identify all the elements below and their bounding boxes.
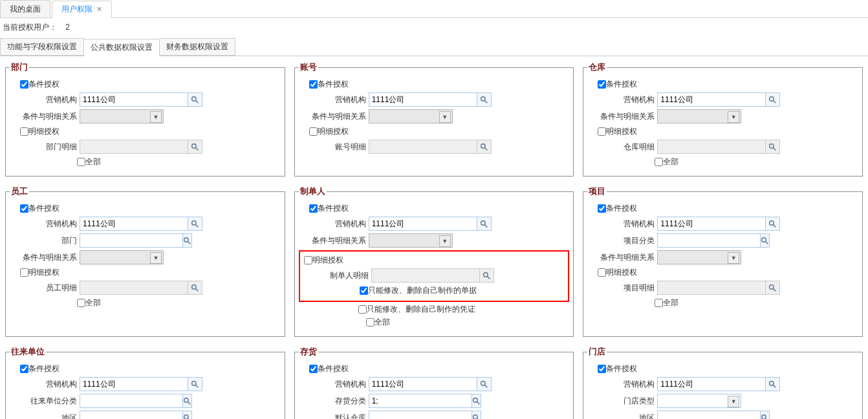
svg-line-13	[195, 224, 198, 227]
inventory-defwh-label: 默认仓库	[299, 413, 369, 420]
maker-relation-select[interactable]: ▼	[369, 233, 453, 248]
subtab-finance-data[interactable]: 财务数据权限设置	[160, 38, 235, 56]
employee-relation-select[interactable]: ▼	[80, 250, 164, 264]
chevron-down-icon: ▼	[728, 396, 739, 407]
lookup-icon[interactable]	[183, 394, 192, 408]
dept-detail-input-wrap	[80, 140, 202, 154]
all-label: 全部	[374, 317, 390, 328]
lookup-icon[interactable]	[766, 92, 780, 107]
lookup-icon[interactable]	[766, 377, 780, 391]
section-project: 项目 条件授权 营销机构 项目分类 条件与明细关系 ▼ 明细授权 项目明细 全部	[583, 186, 863, 337]
warehouse-detail-label: 仓库明细	[587, 142, 657, 153]
partner-cond-auth-check[interactable]	[20, 365, 28, 373]
current-user-info: 当前授权用户： 2	[0, 18, 868, 37]
project-org-input[interactable]	[657, 217, 766, 231]
tab-desktop[interactable]: 我的桌面	[0, 0, 50, 17]
close-icon[interactable]: ✕	[96, 5, 102, 14]
account-org-input[interactable]	[369, 92, 477, 107]
employee-all-check[interactable]	[77, 299, 85, 307]
maker-org-input[interactable]	[369, 217, 477, 231]
all-label: 全部	[85, 156, 101, 167]
project-relation-select[interactable]: ▼	[657, 250, 741, 264]
lookup-icon[interactable]	[472, 411, 481, 419]
employee-dept-input[interactable]	[80, 233, 183, 248]
org-label: 营销机构	[587, 94, 657, 105]
warehouse-detail-auth-check[interactable]	[598, 127, 606, 136]
maker-all-check[interactable]	[366, 318, 374, 327]
inventory-cond-auth-check[interactable]	[309, 365, 318, 373]
chevron-down-icon: ▼	[728, 252, 739, 264]
warehouse-cond-auth-check[interactable]	[598, 80, 606, 89]
store-type-select[interactable]: ▼	[657, 394, 741, 408]
lookup-icon[interactable]	[761, 411, 770, 419]
lookup-icon[interactable]	[188, 217, 202, 231]
lookup-icon[interactable]	[183, 233, 192, 248]
warehouse-relation-select[interactable]: ▼	[657, 109, 741, 124]
relation-label: 条件与明细关系	[587, 252, 657, 263]
store-area-input[interactable]	[657, 411, 761, 419]
project-detail-auth-check[interactable]	[598, 268, 606, 277]
warehouse-org-input[interactable]	[657, 92, 766, 107]
lookup-icon[interactable]	[472, 394, 481, 408]
lookup-icon[interactable]	[188, 92, 202, 107]
cond-auth-label: 条件授权	[606, 79, 637, 90]
section-partner: 往来单位 条件授权 营销机构 往来单位分类 地区 分管部门 分管人员	[5, 346, 285, 419]
maker-own-voucher-check[interactable]	[358, 305, 367, 314]
maker-detail-input	[371, 268, 480, 283]
lookup-icon[interactable]	[188, 377, 202, 391]
lookup-icon[interactable]	[183, 411, 192, 419]
tab-userperm[interactable]: 用户权限 ✕	[52, 1, 112, 18]
dept-cond-auth-check[interactable]	[20, 80, 28, 89]
maker-detail-auth-check[interactable]	[304, 256, 312, 264]
employee-org-input[interactable]	[80, 217, 188, 231]
dept-all-check[interactable]	[77, 158, 85, 166]
inventory-org-input[interactable]	[369, 377, 477, 391]
maker-highlight-box: 明细授权 制单人明细 只能修改、删除自己制作的单据	[299, 250, 570, 302]
warehouse-all-check[interactable]	[655, 158, 663, 166]
lookup-icon[interactable]	[766, 217, 780, 231]
svg-point-26	[770, 285, 774, 289]
project-cat-input[interactable]	[657, 233, 761, 248]
lookup-icon	[188, 281, 202, 295]
partner-org-input[interactable]	[80, 377, 188, 391]
store-org-input[interactable]	[657, 377, 766, 391]
account-relation-select[interactable]: ▼	[369, 109, 453, 124]
partner-cat-input[interactable]	[80, 394, 183, 408]
section-partner-title: 往来单位	[10, 346, 46, 358]
cond-auth-label: 条件授权	[606, 203, 637, 214]
account-detail-input	[369, 140, 477, 154]
lookup-icon[interactable]	[761, 233, 770, 248]
lookup-icon[interactable]	[477, 377, 492, 391]
maker-own-bill-check[interactable]	[360, 286, 368, 295]
section-maker: 制单人 条件授权 营销机构 条件与明细关系 ▼ 明细授权 制单人明细 只能修改、…	[294, 186, 574, 337]
section-dept-title: 部门	[10, 61, 29, 73]
account-cond-auth-check[interactable]	[309, 80, 318, 89]
inventory-defwh-input[interactable]	[369, 411, 472, 419]
dept-org-input[interactable]	[80, 92, 188, 107]
partner-area-input[interactable]	[80, 411, 183, 419]
dept-detail-auth-check[interactable]	[20, 127, 28, 136]
svg-line-11	[774, 147, 776, 150]
lookup-icon[interactable]	[477, 217, 492, 231]
employee-dept-label: 部门	[10, 235, 80, 246]
account-detail-auth-check[interactable]	[309, 127, 318, 136]
project-detail-label: 项目明细	[587, 283, 657, 294]
project-all-check[interactable]	[655, 299, 663, 307]
warehouse-detail-input	[657, 140, 766, 154]
inventory-cat-label: 存货分类	[299, 396, 369, 407]
all-label: 全部	[85, 297, 101, 308]
maker-cond-auth-check[interactable]	[309, 204, 318, 213]
inventory-cat-input[interactable]	[369, 394, 472, 408]
lookup-icon[interactable]	[477, 92, 492, 107]
section-employee: 员工 条件授权 营销机构 部门 条件与明细关系 ▼ 明细授权 员工明细 全部	[5, 186, 285, 337]
employee-cond-auth-check[interactable]	[20, 204, 28, 213]
section-project-title: 项目	[587, 186, 607, 197]
project-cond-auth-check[interactable]	[598, 204, 606, 213]
section-employee-title: 员工	[10, 186, 29, 197]
dept-detail-label: 部门明细	[10, 142, 80, 153]
subtab-public-data[interactable]: 公共数据权限设置	[84, 39, 160, 56]
dept-relation-select[interactable]: ▼	[80, 109, 164, 124]
store-cond-auth-check[interactable]	[598, 365, 606, 373]
subtab-func-field[interactable]: 功能与字段权限设置	[0, 38, 84, 56]
employee-detail-auth-check[interactable]	[20, 268, 28, 277]
